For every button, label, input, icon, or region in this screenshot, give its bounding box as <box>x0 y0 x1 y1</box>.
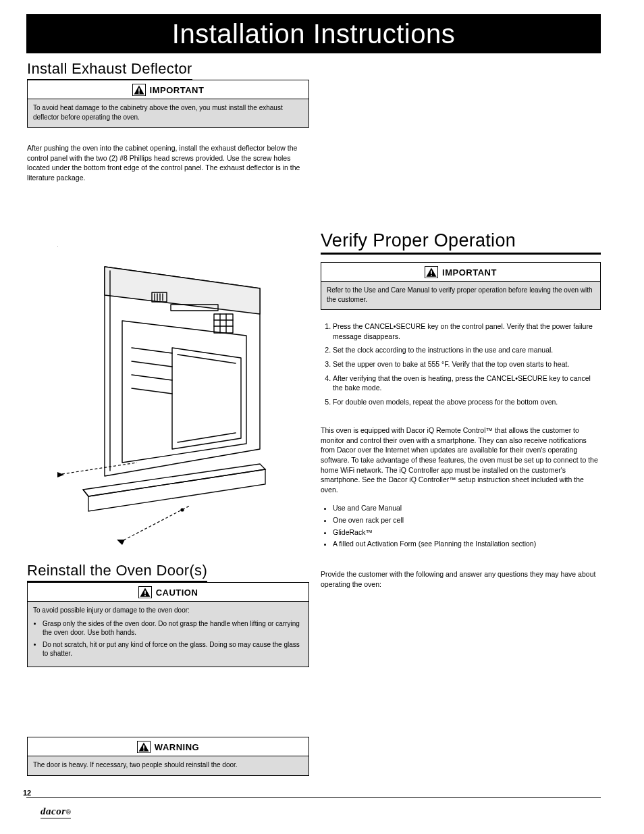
step: Set the clock according to the instructi… <box>333 345 601 355</box>
svg-rect-46 <box>431 275 432 276</box>
svg-line-21 <box>132 388 172 394</box>
paragraph-exhaust: After pushing the oven into the cabinet … <box>27 143 309 183</box>
svg-line-31 <box>119 506 190 542</box>
svg-line-29 <box>83 490 88 496</box>
svg-marker-33 <box>117 540 125 545</box>
warning-triangle-icon <box>132 84 146 96</box>
callout-label: CAUTION <box>156 588 198 598</box>
callout-important-exhaust: IMPORTANT To avoid heat damage to the ca… <box>27 80 309 128</box>
svg-rect-38 <box>144 595 146 596</box>
callout-label: IMPORTANT <box>442 267 497 278</box>
list-item: GlideRack™ <box>333 527 601 538</box>
svg-rect-41 <box>143 746 144 749</box>
svg-point-34 <box>180 508 184 511</box>
svg-rect-12 <box>214 314 233 333</box>
step: Press the CANCEL•SECURE key on the contr… <box>333 321 601 341</box>
callout-title: IMPORTANT <box>28 80 308 99</box>
brand-logo: dacor® <box>41 806 71 818</box>
callout-important-verify: IMPORTANT Refer to the Use and Care Manu… <box>321 262 601 310</box>
page-header: Installation Instructions <box>26 14 601 53</box>
svg-rect-2 <box>138 88 140 92</box>
callout-caution-door: CAUTION To avoid possible injury or dama… <box>27 582 309 667</box>
step: For double oven models, repeat the above… <box>333 397 601 407</box>
step: Set the upper oven to bake at 555 °F. Ve… <box>333 359 601 369</box>
callout-body: To avoid possible injury or damage to th… <box>28 602 308 667</box>
list-item: One oven rack per cell <box>333 515 601 526</box>
verify-steps: Press the CANCEL•SECURE key on the contr… <box>321 319 601 411</box>
svg-rect-42 <box>143 750 144 751</box>
svg-marker-32 <box>57 472 64 477</box>
callout-label: IMPORTANT <box>150 85 205 95</box>
svg-rect-37 <box>144 591 146 594</box>
page-number: 12 <box>23 789 31 797</box>
callout-title: CAUTION <box>28 583 308 602</box>
verify-provide-para: Provide the customer with the following … <box>321 569 601 589</box>
svg-marker-5 <box>105 267 260 314</box>
callout-body: The door is heavy. If necessary, two peo… <box>28 756 308 775</box>
callout-label: WARNING <box>155 742 199 752</box>
warning-triangle-icon <box>138 586 152 598</box>
callout-title: IMPORTANT <box>321 263 600 282</box>
svg-rect-45 <box>431 271 432 274</box>
list-item: Use and Care Manual <box>333 503 601 514</box>
verify-provide-list: Use and Care Manual One oven rack per ce… <box>321 503 601 551</box>
svg-line-19 <box>132 361 172 367</box>
heading-reinstall-door: Reinstall the Oven Door(s) <box>27 562 207 582</box>
heading-install-exhaust: Install Exhaust Deflector <box>27 60 192 80</box>
svg-rect-3 <box>138 93 140 94</box>
callout-warning-door: WARNING The door is heavy. If necessary,… <box>27 737 309 776</box>
warning-triangle-icon <box>425 266 438 278</box>
svg-line-18 <box>132 348 172 353</box>
callout-body: Refer to the Use and Care Manual to veri… <box>321 282 600 309</box>
verify-wifi-para: This oven is equipped with Dacor iQ Remo… <box>321 425 601 495</box>
step: After verifying that the oven is heating… <box>333 373 601 393</box>
heading-verify-operation: Verify Proper Operation <box>321 230 601 255</box>
caution-intro: To avoid possible injury or damage to th… <box>33 606 190 614</box>
callout-title: WARNING <box>28 737 308 756</box>
list-item: A filled out Activation Form (see Planni… <box>333 539 601 550</box>
caution-bullet: Do not scratch, hit or put any kind of f… <box>43 640 303 658</box>
figure-exhaust-deflector <box>57 246 280 557</box>
svg-line-20 <box>132 375 172 380</box>
footer-rule <box>26 797 601 798</box>
callout-body: To avoid heat damage to the cabinetry ab… <box>28 99 308 127</box>
caution-bullet: Grasp only the sides of the oven door. D… <box>43 619 303 637</box>
warning-triangle-icon <box>137 741 151 753</box>
page-title: Installation Instructions <box>26 14 601 53</box>
